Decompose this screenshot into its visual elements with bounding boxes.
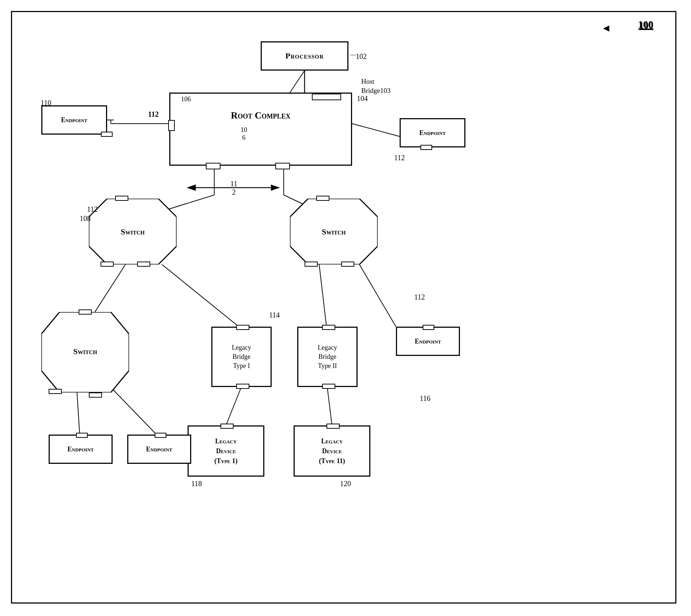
- diagram-container: 100 ◄ 100 Processor 102 — HostBridge103 …: [11, 11, 676, 604]
- sw-ru-port-top: [316, 196, 329, 201]
- switch-right-upper: Switch: [290, 199, 378, 264]
- ld-type2-label: LegacyDevice(Type 11): [319, 436, 345, 466]
- ref-106: 106: [181, 95, 191, 103]
- endpoint-top-left: Endpoint: [41, 105, 107, 135]
- svg-line-17: [226, 387, 241, 425]
- rc-port-bottom-left: [206, 163, 220, 169]
- arrow-100-icon: ◄: [601, 22, 611, 34]
- ld-type2-port-top: [326, 424, 340, 429]
- ref-110: 110: [41, 99, 51, 107]
- rc-sub-ref: 106: [241, 126, 247, 142]
- ep-br-label: Endpoint: [415, 338, 441, 345]
- svg-text:Switch: Switch: [121, 227, 145, 236]
- svg-line-18: [327, 387, 332, 425]
- ep-bl-label: Endpoint: [68, 446, 94, 453]
- endpoint-bottom-right: Endpoint: [396, 327, 460, 356]
- endpoint-tl-label: Endpoint: [61, 116, 87, 124]
- svg-text:Switch: Switch: [73, 347, 97, 356]
- rc-port-bottom-right: [275, 163, 290, 169]
- ld-type1-port-top: [220, 424, 234, 429]
- lb-type1-port-top: [236, 325, 249, 330]
- lb-type1-port-bot: [236, 384, 249, 389]
- legacy-bridge-type1: LegacyBridgeType I: [211, 327, 272, 387]
- ep-bl-port-top: [76, 433, 88, 438]
- host-bridge-text: HostBridge103: [361, 78, 390, 94]
- ref-112-a: 112: [148, 110, 159, 119]
- ref-116: 116: [420, 394, 430, 403]
- ref-102-dash: —: [350, 51, 356, 58]
- lb-type1-label: LegacyBridgeType I: [232, 343, 251, 371]
- processor-box: Processor: [261, 41, 348, 71]
- ep-bm-port-top: [155, 433, 166, 438]
- ref-104: 104: [357, 94, 368, 103]
- ep-tr-port: [420, 145, 432, 150]
- ep-bm-label: Endpoint: [146, 446, 173, 453]
- rc-port-side-left: [168, 120, 175, 131]
- ref-118: 118: [191, 480, 202, 488]
- sw-ll-port-bot-left: [49, 389, 62, 394]
- ep-br-port-top: [423, 325, 434, 330]
- svg-line-12: [162, 264, 239, 327]
- ref-100-label: 100: [639, 20, 653, 31]
- endpoint-bottom-mid: Endpoint: [127, 435, 191, 464]
- lb-type2-label: LegacyBridgeType II: [318, 343, 337, 371]
- ep-tl-port: [101, 132, 113, 137]
- svg-line-1: [290, 71, 305, 93]
- svg-text:Switch: Switch: [322, 227, 346, 236]
- sw-ll-port-bot-right: [89, 392, 102, 398]
- ref-120: 120: [340, 480, 351, 488]
- ref-108: 108: [80, 214, 91, 223]
- switch-lower-left: Switch: [41, 312, 129, 392]
- lb-type2-port-bot: [322, 384, 335, 389]
- endpoint-top-right: Endpoint: [400, 118, 465, 147]
- ref-112-arrow: 112: [230, 180, 237, 196]
- svg-line-13: [319, 264, 326, 327]
- sw-lu-port-bot-right: [137, 262, 150, 267]
- endpoint-bottom-left: Endpoint: [49, 435, 113, 464]
- sw-lu-port-top: [115, 196, 128, 201]
- endpoint-tr-label: Endpoint: [419, 129, 446, 137]
- legacy-bridge-type2: LegacyBridgeType II: [297, 327, 358, 387]
- lb-type2-port-top: [322, 325, 335, 330]
- processor-label: Processor: [286, 51, 324, 61]
- ld-type1-label: LegacyDevice(Type 1): [214, 436, 238, 466]
- svg-line-5: [352, 124, 400, 136]
- sw-ll-port-top: [79, 309, 92, 315]
- ref-102: 102: [356, 52, 367, 61]
- root-complex-label: Root Complex: [191, 110, 330, 121]
- ref-112-d: 112: [87, 205, 98, 214]
- svg-line-11: [92, 264, 125, 316]
- ref-114: 114: [269, 311, 280, 319]
- svg-line-14: [359, 264, 396, 327]
- legacy-device-type2: LegacyDevice(Type 11): [294, 425, 370, 477]
- ref-112-c: 112: [414, 293, 425, 301]
- sw-ru-port-bot-left: [305, 262, 318, 267]
- root-complex-box: [169, 93, 352, 166]
- sw-lu-port-bot-left: [101, 262, 114, 267]
- ref-112-b: 112: [394, 154, 405, 162]
- switch-left-upper: Switch: [89, 199, 177, 264]
- legacy-device-type1: LegacyDevice(Type 1): [188, 425, 264, 477]
- rc-port-top-right: [312, 94, 341, 100]
- sw-ru-port-bot-right: [341, 262, 354, 267]
- host-bridge-label: HostBridge103: [361, 77, 390, 95]
